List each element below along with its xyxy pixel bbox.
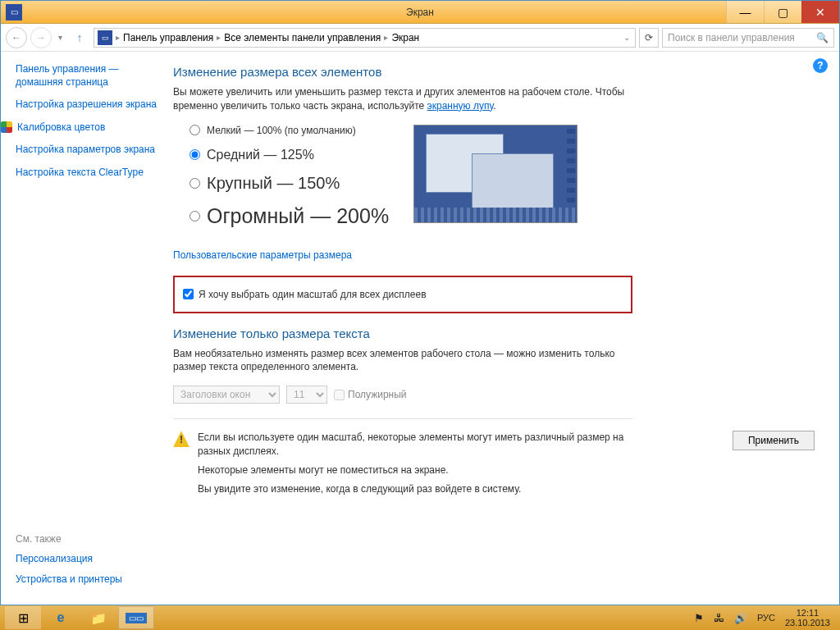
see-also-header: См. также [16, 533, 122, 545]
refresh-button[interactable]: ⟳ [639, 28, 659, 48]
sidebar-link-calibration[interactable]: Калибровка цветов [17, 121, 105, 135]
location-icon: ▭ [98, 30, 112, 45]
text-size-controls: Заголовки окон 11 Полужирный [173, 386, 815, 404]
tray-network-icon[interactable]: 🖧 [714, 612, 724, 624]
search-icon: 🔍 [816, 32, 829, 43]
apply-button[interactable]: Применить [733, 431, 815, 450]
warning-message: Если вы используете один масштаб, некото… [173, 431, 632, 500]
divider [173, 418, 632, 419]
system-icon: ▭ [6, 4, 22, 21]
sidebar: Панель управления — домашняя страница На… [1, 52, 165, 605]
radio-medium[interactable]: Средний — 125% [189, 148, 389, 162]
see-also-section: См. также Персонализация Устройства и пр… [16, 533, 122, 595]
display-preview [413, 125, 578, 223]
taskbar-ie[interactable]: e [43, 606, 79, 629]
description-resize: Вы можете увеличить или уменьшить размер… [173, 85, 632, 113]
back-button[interactable]: ← [6, 27, 27, 48]
select-font-size[interactable]: 11 [286, 386, 327, 404]
sidebar-link-resolution[interactable]: Настройка разрешения экрана [16, 98, 157, 112]
close-button[interactable]: ✕ [801, 1, 839, 23]
titlebar[interactable]: ▭ Экран — ▢ ✕ [1, 1, 839, 24]
search-placeholder: Поиск в панели управления [668, 32, 795, 43]
taskbar[interactable]: ⊞ e 📁 ▭▭ ⚑ 🖧 🔊 РУС 12:11 23.10.2013 [0, 605, 840, 630]
warning-icon [173, 431, 189, 447]
window-buttons: — ▢ ✕ [726, 1, 839, 23]
address-dropdown[interactable]: ⌄ [619, 33, 635, 42]
breadcrumb-item[interactable]: Панель управления [120, 32, 217, 43]
shield-icon [1, 121, 12, 133]
tray-volume-icon[interactable]: 🔊 [734, 612, 747, 624]
scale-options-row: Мелкий — 100% (по умолчанию) Средний — 1… [173, 125, 815, 240]
tray-clock[interactable]: 12:11 23.10.2013 [785, 608, 830, 628]
up-button[interactable]: ↑ [69, 27, 90, 48]
start-button[interactable]: ⊞ [5, 606, 41, 629]
radio-small[interactable]: Мелкий — 100% (по умолчанию) [189, 125, 389, 136]
tray-language[interactable]: РУС [757, 613, 775, 623]
breadcrumb-item[interactable]: Все элементы панели управления [221, 32, 384, 43]
address-bar[interactable]: ▭ ▸ Панель управления ▸ Все элементы пан… [94, 28, 636, 48]
maximize-button[interactable]: ▢ [764, 1, 801, 23]
checkbox-single-scale[interactable]: Я хочу выбрать один масштаб для всех дис… [183, 289, 623, 300]
forward-button[interactable]: → [30, 27, 52, 48]
warning-row: Если вы используете один масштаб, некото… [173, 431, 815, 500]
tray-flag-icon[interactable]: ⚑ [694, 612, 704, 624]
breadcrumb-item[interactable]: Экран [388, 32, 422, 43]
see-also-devices[interactable]: Устройства и принтеры [16, 573, 122, 587]
main-content: Изменение размера всех элементов Вы може… [165, 52, 839, 605]
description-text-only: Вам необязательно изменять размер всех э… [173, 347, 632, 375]
highlighted-checkbox-area: Я хочу выбрать один масштаб для всех дис… [173, 276, 632, 313]
navigation-bar: ← → ▾ ↑ ▭ ▸ Панель управления ▸ Все элем… [1, 24, 839, 52]
scale-radio-group: Мелкий — 100% (по умолчанию) Средний — 1… [173, 125, 389, 240]
see-also-personalization[interactable]: Персонализация [16, 553, 122, 566]
radio-huge[interactable]: Огромный — 200% [189, 204, 389, 228]
system-tray: ⚑ 🖧 🔊 РУС 12:11 23.10.2013 [694, 608, 835, 628]
select-element-type[interactable]: Заголовки окон [173, 386, 280, 404]
help-icon[interactable]: ? [813, 58, 828, 73]
search-input[interactable]: Поиск в панели управления 🔍 [662, 28, 834, 48]
sidebar-link-display-settings[interactable]: Настройка параметров экрана [16, 144, 157, 157]
taskbar-control-panel[interactable]: ▭▭ [118, 606, 154, 629]
taskbar-explorer[interactable]: 📁 [80, 606, 116, 629]
window-title: Экран [406, 7, 434, 18]
history-dropdown[interactable]: ▾ [55, 33, 66, 42]
checkbox-bold[interactable]: Полужирный [334, 389, 407, 400]
content-body: ? Панель управления — домашняя страница … [1, 52, 839, 605]
heading-text-only: Изменение только размера текста [173, 326, 815, 340]
custom-size-link[interactable]: Пользовательские параметры размера [173, 249, 352, 261]
sidebar-link-cleartype[interactable]: Настройка текста ClearType [16, 167, 157, 180]
magnifier-link[interactable]: экранную лупу [427, 100, 494, 112]
minimize-button[interactable]: — [726, 1, 764, 23]
heading-resize-all: Изменение размера всех элементов [173, 65, 815, 79]
control-panel-window: ▭ Экран — ▢ ✕ ← → ▾ ↑ ▭ ▸ Панель управле… [0, 0, 840, 605]
radio-large[interactable]: Крупный — 150% [189, 174, 389, 193]
control-panel-home-link[interactable]: Панель управления — домашняя страница [16, 63, 157, 89]
